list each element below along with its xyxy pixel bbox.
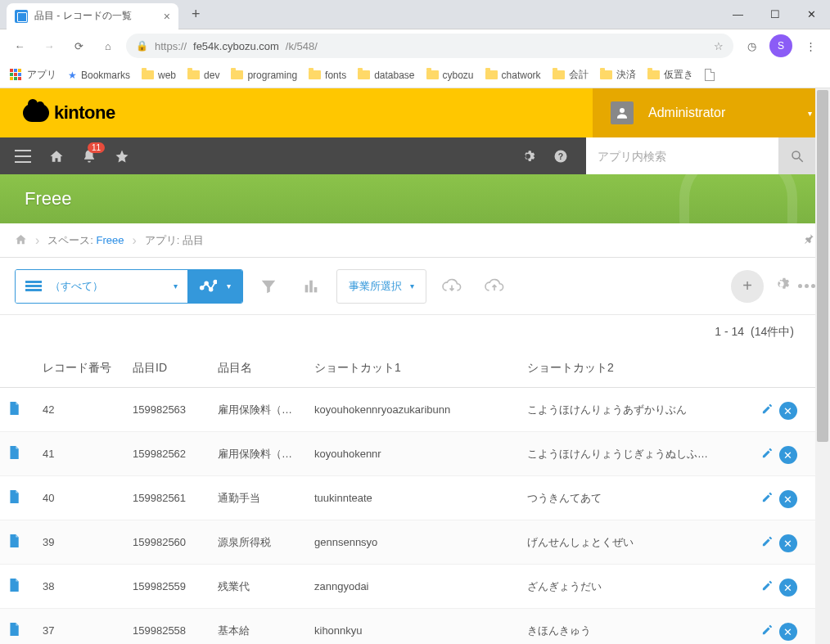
cloud-icon <box>23 104 49 122</box>
cell-shortcut1: koyouhokennr <box>306 432 519 476</box>
bookmark-cybozu[interactable]: cybozu <box>426 70 474 81</box>
breadcrumb: › スペース: Freee › アプリ: 品目 <box>0 223 830 258</box>
edit-button[interactable] <box>758 532 776 550</box>
record-icon[interactable] <box>0 609 34 645</box>
th-item-name[interactable]: 品目名 <box>210 349 306 388</box>
bookmark-database[interactable]: database <box>358 70 414 81</box>
hamburger-icon[interactable] <box>15 150 31 163</box>
table-row[interactable]: 42159982563雇用保険料（…koyouhokennryoazukarib… <box>0 388 815 432</box>
delete-button[interactable]: ✕ <box>779 402 797 420</box>
extension-icon[interactable]: ◷ <box>740 34 763 57</box>
cell-shortcut2: こようほけんりょうじぎょうぬしふ… <box>519 432 750 476</box>
browser-tab[interactable]: 品目 - レコードの一覧 × <box>7 3 178 29</box>
chevron-down-icon: ▾ <box>808 109 812 118</box>
cell-item-name: 残業代 <box>210 565 306 609</box>
bookmark-dev[interactable]: dev <box>187 70 219 81</box>
delete-button[interactable]: ✕ <box>779 579 797 597</box>
edit-button[interactable] <box>758 488 776 506</box>
folder-icon <box>485 70 498 79</box>
apps-shortcut[interactable]: アプリ <box>10 68 56 82</box>
bookmark-chatwork[interactable]: chatwork <box>485 70 541 81</box>
add-record-button[interactable]: + <box>731 270 764 303</box>
folder-icon <box>426 70 439 79</box>
record-icon[interactable] <box>0 520 34 565</box>
pin-icon[interactable] <box>804 233 815 247</box>
bookmark-programing[interactable]: programing <box>231 70 297 81</box>
search-box <box>586 137 815 174</box>
cloud-upload-icon[interactable] <box>477 269 512 304</box>
edit-button[interactable] <box>758 444 776 462</box>
bookmark-file[interactable] <box>705 69 715 81</box>
tab-close-icon[interactable]: × <box>154 10 170 23</box>
folder-icon <box>647 70 660 79</box>
cell-record-no: 42 <box>34 388 124 432</box>
delete-button[interactable]: ✕ <box>779 623 797 641</box>
chevron-down-icon: ▾ <box>174 281 178 290</box>
star-icon[interactable] <box>115 149 129 164</box>
edit-button[interactable] <box>758 620 776 638</box>
window-close-button[interactable]: ✕ <box>793 2 830 27</box>
table-row[interactable]: 40159982561通勤手当tuukinnteateつうきんてあて ✕ <box>0 476 815 520</box>
record-icon[interactable] <box>0 565 34 609</box>
window-maximize-button[interactable]: ☐ <box>756 2 793 27</box>
record-icon[interactable] <box>0 388 34 432</box>
new-tab-button[interactable]: + <box>187 6 205 23</box>
th-shortcut1[interactable]: ショートカット1 <box>306 349 519 388</box>
delete-button[interactable]: ✕ <box>779 446 797 464</box>
graph-button[interactable]: ▾ <box>187 270 242 303</box>
record-icon[interactable] <box>0 432 34 476</box>
search-button[interactable] <box>778 137 815 174</box>
office-select[interactable]: 事業所選択 ▾ <box>336 269 426 304</box>
record-icon[interactable] <box>0 476 34 520</box>
nav-reload-button[interactable]: ⟳ <box>67 34 90 57</box>
table-row[interactable]: 39159982560源泉所得税gennsennsyoげんせんしょとくぜい ✕ <box>0 520 815 565</box>
more-button[interactable] <box>798 284 815 288</box>
help-icon[interactable]: ? <box>553 149 568 164</box>
url-field[interactable]: 🔒 https://fe54k.cybozu.com/k/548/ ☆ <box>126 34 733 58</box>
bookmark-fonts[interactable]: fonts <box>309 70 346 81</box>
svg-rect-11 <box>314 286 318 291</box>
profile-avatar[interactable]: S <box>769 34 792 57</box>
edit-button[interactable] <box>758 576 776 594</box>
bookmark-star-icon[interactable]: ☆ <box>714 40 724 52</box>
breadcrumb-space[interactable]: スペース: Freee <box>47 233 124 248</box>
view-selector[interactable]: （すべて） ▾ ▾ <box>15 269 243 304</box>
bookmark-kessai[interactable]: 決済 <box>600 68 636 82</box>
notification-bell[interactable]: 11 <box>82 149 97 164</box>
delete-button[interactable]: ✕ <box>779 534 797 552</box>
cloud-download-icon[interactable] <box>435 269 469 304</box>
scrollbar-thumb[interactable] <box>817 90 828 442</box>
nav-home-button[interactable]: ⌂ <box>97 34 120 57</box>
gear-icon[interactable] <box>521 149 535 164</box>
app-settings-button[interactable] <box>772 275 790 297</box>
table-header-row: レコード番号 品目ID 品目名 ショートカット1 ショートカット2 <box>0 349 815 388</box>
cell-record-no: 37 <box>34 609 124 645</box>
browser-menu-button[interactable]: ⋮ <box>799 34 822 57</box>
window-minimize-button[interactable]: — <box>719 2 756 27</box>
th-shortcut2[interactable]: ショートカット2 <box>519 349 750 388</box>
kintone-logo[interactable]: kintone <box>23 102 115 124</box>
edit-button[interactable] <box>758 399 776 417</box>
bookmark-bookmarks[interactable]: ★Bookmarks <box>68 70 130 81</box>
nav-back-button[interactable]: ← <box>8 34 31 57</box>
chevron-right-icon: › <box>35 233 39 248</box>
table-row[interactable]: 41159982562雇用保険料（…koyouhokennrこようほけんりょうじ… <box>0 432 815 476</box>
home-icon[interactable] <box>49 149 64 164</box>
breadcrumb-home-icon[interactable] <box>15 233 27 248</box>
table-row[interactable]: 38159982559残業代zanngyodaiざんぎょうだい ✕ <box>0 565 815 609</box>
bookmark-web[interactable]: web <box>142 70 176 81</box>
cell-item-name: 基本給 <box>210 609 306 645</box>
admin-menu[interactable]: Administrator ▾ <box>593 88 830 137</box>
chart-button[interactable] <box>294 269 328 304</box>
th-item-id[interactable]: 品目ID <box>124 349 210 388</box>
table-row[interactable]: 37159982558基本給kihonnkyuきほんきゅう ✕ <box>0 609 815 645</box>
filter-button[interactable] <box>251 269 286 304</box>
th-record-no[interactable]: レコード番号 <box>34 349 124 388</box>
search-input[interactable] <box>586 137 778 174</box>
nav-forward-button[interactable]: → <box>38 34 61 57</box>
scrollbar[interactable] <box>815 88 830 644</box>
cell-shortcut2: こようほけんりょうあずかりぶん <box>519 388 750 432</box>
bookmark-karioki[interactable]: 仮置き <box>647 68 693 82</box>
bookmark-kaikei[interactable]: 会計 <box>553 68 589 82</box>
delete-button[interactable]: ✕ <box>779 490 797 508</box>
